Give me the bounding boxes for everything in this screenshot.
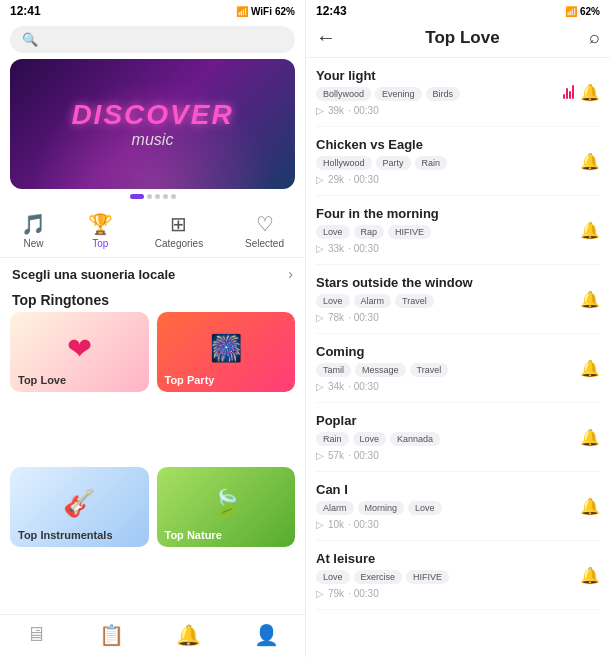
play-icon: ▷ [316,519,324,530]
fireworks-icon: 🎆 [210,333,242,364]
tag: Birds [426,87,461,101]
song-item[interactable]: Chicken vs Eagle HollywoodPartyRain ▷ 29… [316,127,600,196]
duration: · 00:30 [348,381,379,392]
tag: Love [316,570,350,584]
tab-profile[interactable]: 👤 [254,623,279,647]
tag: Morning [358,501,405,515]
play-count: 34k [328,381,344,392]
tag: Tamil [316,363,351,377]
play-icon: ▷ [316,105,324,116]
song-tags: TamilMessageTravel [316,363,580,377]
top-nature-card[interactable]: 🍃 Top Nature [157,467,296,547]
dot-5 [171,194,176,199]
top-love-card[interactable]: ❤ Top Love [10,312,149,392]
play-icon: ▷ [316,243,324,254]
song-item[interactable]: Stars outside the window LoveAlarmTravel… [316,265,600,334]
bar2 [566,88,568,99]
tag: Love [408,501,442,515]
tag: Message [355,363,406,377]
tag: Hollywood [316,156,372,170]
bell-icon[interactable]: 🔔 [580,359,600,378]
list-icon: 📋 [99,623,124,647]
search-bar[interactable]: 🔍 [10,26,295,53]
duration: · 00:30 [348,588,379,599]
song-info: At leisure LoveExerciseHIFIVE ▷ 79k · 00… [316,551,580,599]
party-card-label: Top Party [165,374,215,386]
song-item[interactable]: Can I AlarmMorningLove ▷ 10k · 00:30 🔔 [316,472,600,541]
bell-icon[interactable]: 🔔 [580,497,600,516]
bar3 [569,91,571,99]
song-actions: 🔔 [580,152,600,171]
bell-icon[interactable]: 🔔 [580,566,600,585]
bar4 [572,85,574,99]
song-name: Four in the morning [316,206,580,221]
dot-3 [155,194,160,199]
music-text: music [71,131,233,149]
tag: HIFIVE [388,225,431,239]
bell-icon[interactable]: 🔔 [580,221,600,240]
play-icon: ▷ [316,174,324,185]
nav-new[interactable]: 🎵 New [21,212,46,249]
nav-categories[interactable]: ⊞ Categories [155,212,203,249]
tag: Rap [354,225,385,239]
bell-icon[interactable]: 🔔 [580,290,600,309]
song-name: Can I [316,482,580,497]
screen-icon: 🖥 [26,623,46,646]
song-item[interactable]: Four in the morning LoveRapHIFIVE ▷ 33k … [316,196,600,265]
tag: Rain [415,156,448,170]
play-icon: ▷ [316,588,324,599]
new-label: New [23,238,43,249]
nav-top[interactable]: 🏆 Top [88,212,113,249]
page-title: Top Love [425,28,499,48]
bell-icon[interactable]: 🔔 [580,428,600,447]
play-count: 29k [328,174,344,185]
instruments-card-label: Top Instrumentals [18,529,113,541]
song-meta: ▷ 39k · 00:30 [316,105,563,116]
bar1 [563,94,565,99]
tag: Love [353,432,387,446]
song-actions: 🔔 [580,221,600,240]
tab-bell[interactable]: 🔔 [176,623,201,647]
leaf-icon: 🍃 [210,488,242,519]
nav-selected[interactable]: ♡ Selected [245,212,284,249]
bell-icon[interactable]: 🔔 [580,152,600,171]
top-instruments-card[interactable]: 🎸 Top Instrumentals [10,467,149,547]
tab-list[interactable]: 📋 [99,623,124,647]
song-tags: LoveAlarmTravel [316,294,580,308]
back-button[interactable]: ← [316,26,336,49]
tab-screen[interactable]: 🖥 [26,623,46,647]
play-count: 57k [328,450,344,461]
song-item[interactable]: Coming TamilMessageTravel ▷ 34k · 00:30 … [316,334,600,403]
song-actions: 🔔 [580,428,600,447]
tag: Love [316,225,350,239]
right-battery: 62% [580,6,600,17]
song-item[interactable]: At leisure LoveExerciseHIFIVE ▷ 79k · 00… [316,541,600,610]
top-party-card[interactable]: 🎆 Top Party [157,312,296,392]
song-info: Can I AlarmMorningLove ▷ 10k · 00:30 [316,482,580,530]
songs-list: Your light BollywoodEveningBirds ▷ 39k ·… [306,58,610,657]
bell-icon[interactable]: 🔔 [580,83,600,102]
header-search-icon[interactable]: ⌕ [589,27,600,48]
song-meta: ▷ 57k · 00:30 [316,450,580,461]
local-ringtone-row[interactable]: Scegli una suoneria locale › [0,258,305,286]
new-icon: 🎵 [21,212,46,236]
tag: Alarm [354,294,392,308]
song-name: Chicken vs Eagle [316,137,580,152]
top-label: Top [92,238,108,249]
nature-card-label: Top Nature [165,529,222,541]
song-item[interactable]: Poplar RainLoveKannada ▷ 57k · 00:30 🔔 [316,403,600,472]
selected-icon: ♡ [256,212,274,236]
playing-bars-icon [563,85,574,99]
play-icon: ▷ [316,381,324,392]
song-item[interactable]: Your light BollywoodEveningBirds ▷ 39k ·… [316,58,600,127]
guitar-icon: 🎸 [63,488,95,519]
song-info: Coming TamilMessageTravel ▷ 34k · 00:30 [316,344,580,392]
arrow-icon: › [288,266,293,282]
categories-icon: ⊞ [170,212,187,236]
song-meta: ▷ 34k · 00:30 [316,381,580,392]
love-card-label: Top Love [18,374,66,386]
bell-tab-icon: 🔔 [176,623,201,647]
song-name: Coming [316,344,580,359]
dot-4 [163,194,168,199]
tag: Alarm [316,501,354,515]
